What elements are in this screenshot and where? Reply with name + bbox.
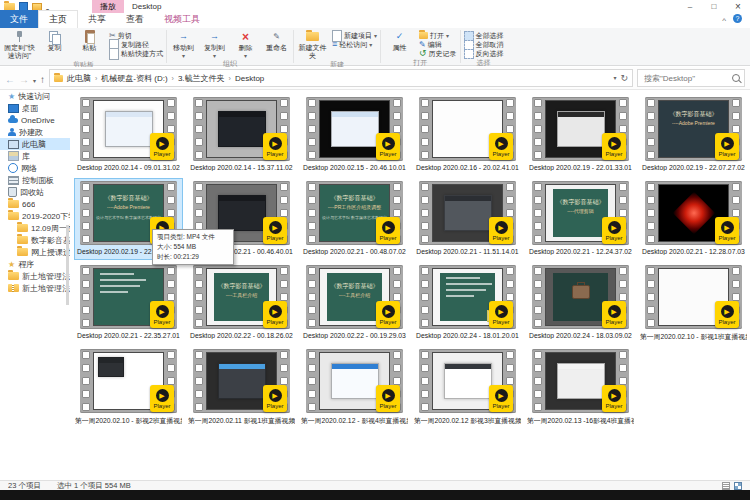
help-icon[interactable] [733, 14, 742, 23]
tab-video-tools[interactable]: 视频工具 [154, 11, 210, 28]
thumbnails-view-icon[interactable] [734, 482, 742, 490]
paste-shortcut-button[interactable]: 粘贴快捷方式 [107, 49, 165, 58]
tab-file[interactable]: 文件 [0, 10, 38, 28]
sidebar-item-label: OneDrive [21, 116, 55, 125]
refresh-icon[interactable] [620, 74, 628, 83]
filmstrip-hole [647, 267, 655, 275]
slide-text: 《数字影音基础》 [94, 194, 163, 203]
sidebar-item-label: 回收站 [20, 187, 44, 198]
filmstrip-hole [308, 183, 316, 191]
sidebar-item[interactable]: 库 [0, 150, 70, 162]
filmstrip-hole [534, 390, 542, 398]
address-dropdown-icon[interactable] [613, 74, 616, 82]
sidebar-item[interactable]: 回收站 [0, 186, 70, 198]
file-tile[interactable]: ▶PlayerDesktop 2020.02.16 - 20.02.41.01 [414, 95, 521, 175]
sidebar-scrollbar-thumb[interactable] [66, 225, 69, 305]
file-tile[interactable]: ▶PlayerDesktop 2020.02.21 - 22.35.27.01 [75, 263, 182, 343]
file-tile[interactable]: ▶Player第一周2020.02.10 - 影视1班直播视频上 [640, 263, 747, 343]
file-tile[interactable]: 《数字影音基础》----Adobe Premiere▶PlayerDesktop… [640, 95, 747, 175]
sidebar-item[interactable]: 2019-2020下学期数 [0, 210, 70, 222]
sidebar-item[interactable]: 网络 [0, 162, 70, 174]
tab-home[interactable]: 主页 [38, 10, 78, 29]
file-tile[interactable]: ▶Player第一周2020.02.12 - 影视4班直播视频全 [301, 347, 408, 427]
sidebar-item[interactable]: 孙建政 [0, 126, 70, 138]
file-tile[interactable]: ▶Player第一周2020.02.10 - 影视2班直播视频全 [75, 347, 182, 427]
forward-icon[interactable] [19, 70, 29, 86]
breadcrumb-item[interactable]: 此电脑 [65, 73, 93, 84]
copy-button[interactable]: 复制 [37, 30, 72, 52]
file-tile[interactable]: ▶PlayerDesktop 2020.02.15 - 20.46.10.01 [301, 95, 408, 175]
filmstrip-hole [308, 222, 316, 230]
move-to-button[interactable]: 移动到 [168, 30, 199, 59]
file-tile[interactable]: 《数字影音基础》----工具栏介绍▶PlayerDesktop 2020.02.… [301, 263, 408, 343]
history-button[interactable]: 历史记录 [417, 49, 459, 58]
file-tile[interactable]: 《数字影音基础》----代理剪辑▶PlayerDesktop 2020.02.2… [527, 179, 634, 259]
pin-to-quick-access-button[interactable]: 固定到"快速访问" [2, 30, 37, 60]
file-tile[interactable]: 《数字影音基础》----PR工作区介绍及调整设计与艺术学院 数字媒体艺术教研室▶… [301, 179, 408, 259]
filmstrip-hole [393, 280, 401, 288]
file-tile[interactable]: ▶PlayerDesktop 2020.02.21 - 12.28.07.03 [640, 179, 747, 259]
breadcrumb-item[interactable]: 3.毓兰文件夹 [176, 73, 227, 84]
paste-label: 粘贴 [83, 44, 97, 52]
file-tile[interactable]: ▶PlayerDesktop 2020.02.19 - 22.01.33.01 [527, 95, 634, 175]
filmstrip-hole [308, 364, 316, 372]
sidebar-item[interactable]: 新土地管理法 (2) [0, 282, 70, 294]
file-name: Desktop 2020.02.24 - 18.01.20.01 [414, 332, 521, 339]
file-name: 第一周2020.02.13 -16影视4班直播视频全 [527, 416, 634, 426]
paste-button[interactable]: 粘贴 [72, 30, 107, 52]
new-folder-button[interactable]: 新建文件夹 [295, 30, 330, 60]
search-input[interactable] [642, 73, 729, 84]
breadcrumb-item[interactable]: 机械硬盘-资料 (D:) [99, 73, 169, 84]
file-name: Desktop 2020.02.19 - 22.01.33.01 [527, 164, 634, 171]
filmstrip-hole [280, 112, 288, 120]
sidebar-item-label: 数字影音基础相关 [31, 235, 70, 246]
rename-button[interactable]: 重命名 [261, 30, 292, 52]
filmstrip-hole [280, 364, 288, 372]
file-tile[interactable]: ▶PlayerDesktop 2020.02.24 - 18.01.20.01 [414, 263, 521, 343]
file-tile[interactable]: ▶Player第一周2020.02.13 -16影视4班直播视频全 [527, 347, 634, 427]
bin-icon [8, 187, 17, 197]
file-tile[interactable]: ▶PlayerDesktop 2020.02.14 - 09.01.31.02 [75, 95, 182, 175]
up-icon[interactable] [40, 70, 45, 86]
breadcrumb-item[interactable]: Desktop [233, 74, 266, 83]
sidebar-item[interactable]: 数字影音基础相关 [0, 234, 70, 246]
file-tile[interactable]: ▶PlayerDesktop 2020.02.24 - 18.03.09.02 [527, 263, 634, 343]
details-view-icon[interactable] [722, 482, 730, 490]
sidebar-item[interactable]: 此电脑 [0, 138, 70, 150]
sidebar-item[interactable]: 12.09周一交 [0, 222, 70, 234]
sidebar-item[interactable]: 网上授课过程存留 [0, 246, 70, 258]
back-icon[interactable] [5, 70, 15, 86]
play-icon: ▶ [269, 305, 282, 318]
video-thumbnail: ▶Player [645, 181, 742, 245]
file-tile[interactable]: ▶Player第一周2020.02.12 影视3班直播视频上 [414, 347, 521, 427]
minimize-button[interactable] [678, 0, 702, 13]
tab-view[interactable]: 查看 [116, 11, 154, 28]
slide-text-bar [446, 295, 474, 297]
filmstrip-hole [82, 280, 90, 288]
sidebar-item[interactable]: 666 [0, 198, 70, 210]
file-tile[interactable]: ▶PlayerDesktop 2020.02.14 - 15.37.11.02 [188, 95, 295, 175]
file-list-area[interactable]: ▶PlayerDesktop 2020.02.14 - 09.01.31.02▶… [70, 90, 750, 480]
recent-locations-caret-icon[interactable] [33, 70, 36, 86]
delete-button[interactable]: 删除 [230, 30, 261, 59]
collapse-ribbon-icon[interactable] [722, 10, 726, 26]
sidebar-item[interactable]: 程序 [0, 258, 70, 270]
search-box[interactable] [637, 69, 745, 87]
sidebar-item[interactable]: 新土地管理法 [0, 270, 70, 282]
desktop-icon [8, 104, 19, 113]
copy-to-button[interactable]: 复制到 [199, 30, 230, 59]
file-tile[interactable]: 《数字影音基础》----工具栏介绍▶PlayerDesktop 2020.02.… [188, 263, 295, 343]
sidebar-item[interactable]: 快速访问 [0, 90, 70, 102]
player-badge-label: Player [605, 403, 622, 409]
tab-share[interactable]: 共享 [78, 11, 116, 28]
properties-button[interactable]: 属性 [382, 30, 417, 52]
address-box[interactable]: 此电脑›机械硬盘-资料 (D:)›3.毓兰文件夹›Desktop [49, 69, 633, 87]
sidebar-item[interactable]: OneDrive [0, 114, 70, 126]
sidebar-item[interactable]: 桌面 [0, 102, 70, 114]
sidebar-item-label: 控制面板 [22, 175, 54, 186]
file-tile[interactable]: ▶Player第一周2020.02.11 影视1班直播视频下 [188, 347, 295, 427]
file-tile[interactable]: ▶PlayerDesktop 2020.02.21 - 11.51.14.01 [414, 179, 521, 259]
invert-selection-button[interactable]: 反向选择 [462, 49, 506, 58]
ribbon-tabs: 文件 主页 共享 查看 视频工具 [0, 13, 750, 29]
sidebar-item[interactable]: 控制面板 [0, 174, 70, 186]
